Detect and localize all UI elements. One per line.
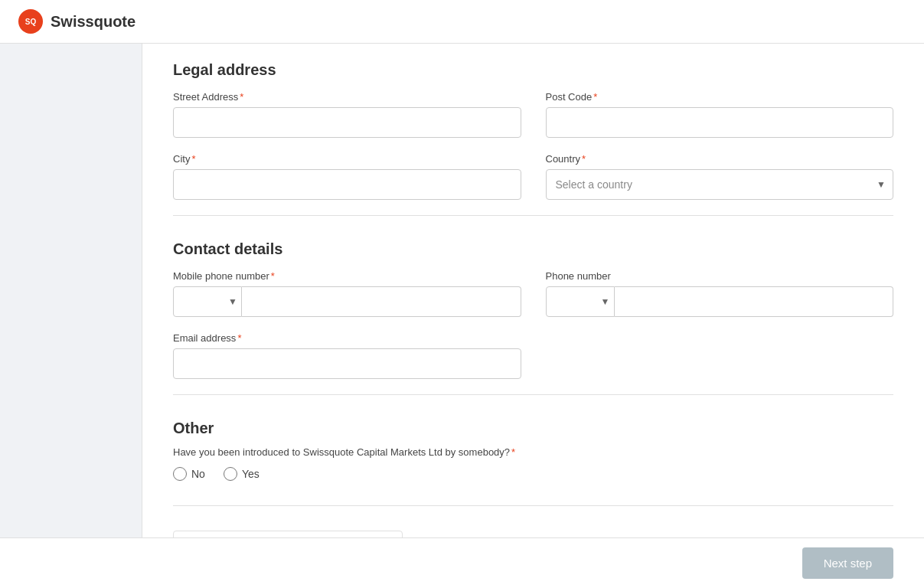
mobile-prefix-select[interactable] — [173, 286, 242, 317]
post-code-label: Post Code* — [546, 91, 894, 103]
country-group: Country* Select a country Switzerland Un… — [546, 153, 894, 200]
main-content: Legal address Street Address* Post Code* — [142, 43, 924, 588]
street-address-input[interactable] — [173, 107, 521, 138]
post-code-group: Post Code* — [546, 91, 894, 138]
cloudflare-divider — [173, 505, 893, 506]
post-code-required-star: * — [593, 91, 597, 103]
city-group: City* — [173, 153, 521, 200]
radio-no-label[interactable]: No — [173, 467, 205, 481]
email-input[interactable] — [173, 348, 521, 379]
other-title: Other — [173, 413, 893, 440]
mobile-required-star: * — [271, 270, 275, 282]
country-required-star: * — [582, 153, 586, 165]
email-label: Email address* — [173, 332, 521, 344]
logo-icon: SQ — [18, 9, 43, 34]
logo-text: Swissquote — [51, 13, 135, 31]
mobile-phone-group: Mobile phone number* ▼ — [173, 270, 521, 317]
city-label: City* — [173, 153, 521, 165]
phone-number-inputs: ▼ — [546, 286, 894, 317]
mobile-phone-inputs: ▼ — [173, 286, 521, 317]
contact-details-title: Contact details — [173, 234, 893, 270]
street-address-label: Street Address* — [173, 91, 521, 103]
street-address-group: Street Address* — [173, 91, 521, 138]
footer-bar: Next step — [0, 537, 924, 588]
country-select-wrapper: Select a country Switzerland United King… — [546, 169, 894, 200]
contact-divider — [173, 215, 893, 216]
next-step-button[interactable]: Next step — [802, 547, 893, 579]
radio-yes-text: Yes — [242, 468, 260, 480]
mobile-prefix-wrapper: ▼ — [173, 286, 242, 317]
mobile-phone-label: Mobile phone number* — [173, 270, 521, 282]
other-divider — [173, 394, 893, 395]
legal-address-section: Legal address Street Address* Post Code* — [173, 43, 893, 200]
intro-radio-group: No Yes — [173, 467, 893, 481]
intro-required-star: * — [511, 446, 515, 458]
city-country-row: City* Country* Select a country Switzerl… — [173, 153, 893, 200]
post-code-input[interactable] — [546, 107, 894, 138]
phone-number-group: Phone number ▼ — [546, 270, 894, 317]
sidebar — [0, 43, 142, 588]
email-group: Email address* — [173, 332, 521, 379]
intro-question: Have you been introduced to Swissquote C… — [173, 446, 893, 458]
radio-no-text: No — [191, 468, 205, 480]
city-required-star: * — [191, 153, 195, 165]
email-row: Email address* — [173, 332, 893, 379]
radio-yes-input[interactable] — [224, 467, 237, 481]
legal-address-title: Legal address — [173, 43, 893, 91]
email-required-star: * — [237, 332, 241, 344]
contact-details-section: Contact details Mobile phone number* ▼ — [173, 234, 893, 379]
phone-row: Mobile phone number* ▼ Ph — [173, 270, 893, 317]
phone-number-input[interactable] — [615, 286, 894, 317]
country-select[interactable]: Select a country Switzerland United King… — [546, 169, 894, 200]
country-label: Country* — [546, 153, 894, 165]
radio-no-input[interactable] — [173, 467, 187, 481]
mobile-number-input[interactable] — [242, 286, 521, 317]
svg-text:SQ: SQ — [25, 18, 37, 26]
phone-prefix-select[interactable] — [546, 286, 615, 317]
phone-prefix-wrapper: ▼ — [546, 286, 615, 317]
other-section: Other Have you been introduced to Swissq… — [173, 413, 893, 481]
radio-yes-label[interactable]: Yes — [224, 467, 260, 481]
phone-number-label: Phone number — [546, 270, 894, 282]
street-required-star: * — [240, 91, 243, 103]
header: SQ Swissquote — [0, 0, 924, 44]
city-input[interactable] — [173, 169, 521, 200]
street-postcode-row: Street Address* Post Code* — [173, 91, 893, 138]
